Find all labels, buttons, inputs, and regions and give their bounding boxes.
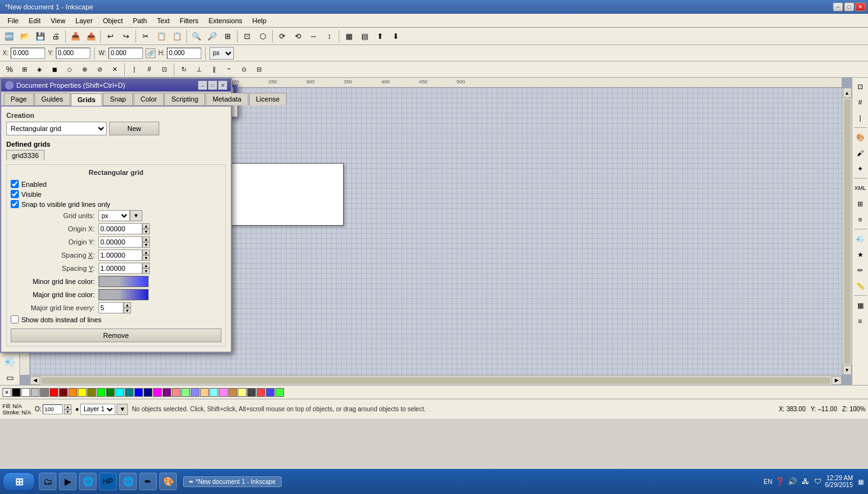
right-lines-btn[interactable]: ≡ — [854, 314, 867, 328]
color-olive[interactable] — [87, 388, 96, 397]
menu-filters[interactable]: Filters — [175, 16, 204, 26]
toolbar-select-all[interactable]: ⊡ — [240, 29, 255, 44]
maximize-button[interactable]: □ — [844, 3, 854, 11]
h-input[interactable] — [167, 48, 201, 59]
scroll-thumb-v[interactable] — [844, 99, 850, 364]
snap-midpoints-btn[interactable]: ⊙ — [237, 63, 251, 76]
origin-x-input[interactable] — [98, 223, 142, 234]
color-brown[interactable] — [228, 388, 237, 397]
spacing-x-input[interactable] — [98, 250, 142, 261]
tab-page[interactable]: Page — [4, 93, 34, 105]
color-light-green[interactable] — [181, 388, 190, 397]
grid-units-select[interactable]: pxmmcmin — [98, 210, 130, 221]
no-color-swatch[interactable]: ✕ — [3, 388, 11, 397]
new-grid-button[interactable]: New — [109, 122, 159, 135]
network-icon[interactable]: 🖧 — [800, 476, 810, 486]
tab-snap[interactable]: Snap — [103, 93, 133, 105]
color-light-magenta[interactable] — [219, 388, 228, 397]
toolbar-rotate-cw[interactable]: ⟳ — [275, 29, 290, 44]
tab-guides[interactable]: Guides — [34, 93, 70, 105]
snap-tang-btn[interactable]: ∥ — [207, 63, 221, 76]
snap-smooth-btn[interactable]: ~ — [222, 63, 236, 76]
speaker-icon[interactable]: 🔊 — [788, 476, 798, 486]
menu-path[interactable]: Path — [128, 16, 152, 26]
document-properties-dialog[interactable]: Document Properties (Shift+Ctrl+D) – □ ✕… — [0, 78, 232, 353]
color-medium-green[interactable] — [275, 388, 284, 397]
origin-x-down[interactable]: ▼ — [142, 229, 150, 234]
snap-intersect-btn[interactable]: ✕ — [108, 63, 122, 76]
major-every-down[interactable]: ▼ — [124, 308, 131, 313]
scroll-right-btn[interactable]: ▶ — [832, 376, 842, 385]
tab-grids[interactable]: Grids — [71, 93, 103, 106]
toolbar-save[interactable]: 💾 — [33, 29, 48, 44]
toolbar-group[interactable]: ▦ — [341, 29, 356, 44]
color-blue[interactable] — [134, 388, 143, 397]
color-light-cyan[interactable] — [209, 388, 218, 397]
color-maroon[interactable] — [59, 388, 68, 397]
tab-color[interactable]: Color — [134, 93, 164, 105]
color-purple[interactable] — [162, 388, 171, 397]
color-dark-gray[interactable] — [247, 388, 256, 397]
layer-btn[interactable]: ▼ — [117, 404, 128, 415]
taskbar-paint[interactable]: 🎨 — [159, 473, 177, 490]
opacity-input[interactable] — [43, 404, 63, 414]
toolbar-redo[interactable]: ↪ — [119, 29, 134, 44]
snap-perp-btn[interactable]: ⊥ — [192, 63, 206, 76]
snap-page-btn[interactable]: ⊡ — [157, 63, 171, 76]
taskbar-explorer[interactable]: 🗂 — [39, 473, 56, 490]
toolbar-zoom-in[interactable]: 🔍 — [189, 29, 204, 44]
color-silver[interactable] — [31, 388, 40, 397]
snap-bbox-btn[interactable]: ⊞ — [18, 63, 31, 76]
color-navy[interactable] — [144, 388, 152, 397]
right-align-btn[interactable]: ≡ — [854, 213, 867, 226]
snap-guide-btn[interactable]: | — [127, 63, 141, 76]
menu-help[interactable]: Help — [247, 16, 272, 26]
grid-tab-item[interactable]: grid3336 — [6, 150, 45, 160]
toolbar-open[interactable]: 📂 — [17, 29, 32, 44]
color-light-blue[interactable] — [191, 388, 199, 397]
menu-extensions[interactable]: Extensions — [203, 16, 247, 26]
menu-layer[interactable]: Layer — [70, 16, 98, 26]
color-light-red[interactable] — [257, 388, 265, 397]
opacity-down[interactable]: ▼ — [64, 409, 71, 414]
color-magenta[interactable] — [153, 388, 162, 397]
scrollbar-vertical[interactable]: ▲ ▼ — [842, 88, 852, 375]
snap-corner-btn[interactable]: ◼ — [48, 63, 61, 76]
toolbar-raise[interactable]: ⬆ — [373, 29, 388, 44]
right-symbols-btn[interactable]: ★ — [854, 248, 867, 261]
visible-checkbox[interactable] — [11, 190, 19, 198]
close-button[interactable]: ✕ — [855, 3, 865, 11]
right-grid2-btn[interactable]: ▦ — [854, 298, 867, 312]
snap-node-btn[interactable]: ◈ — [33, 63, 46, 76]
origin-y-input[interactable] — [98, 236, 142, 248]
origin-y-down[interactable]: ▼ — [142, 242, 150, 248]
opacity-up[interactable]: ▲ — [64, 404, 71, 409]
color-gray[interactable] — [40, 388, 49, 397]
color-lime[interactable] — [97, 388, 105, 397]
color-green[interactable] — [106, 388, 115, 397]
origin-x-up[interactable]: ▲ — [142, 223, 150, 229]
color-yellow[interactable] — [78, 388, 87, 397]
right-snap-btn[interactable]: ⊡ — [854, 80, 867, 93]
right-stroke-btn[interactable]: 🖌 — [854, 146, 867, 160]
unit-select[interactable]: px mm cm in — [209, 47, 234, 60]
taskbar-ie[interactable]: 🌐 — [119, 473, 137, 490]
right-transform-btn[interactable]: ⊞ — [854, 197, 867, 211]
scroll-left-btn[interactable]: ◀ — [30, 376, 40, 385]
color-peach[interactable] — [200, 388, 209, 397]
menu-object[interactable]: Object — [98, 16, 128, 26]
scroll-thumb-h[interactable] — [41, 377, 830, 384]
right-spray-btn[interactable]: 💨 — [854, 232, 867, 246]
grid-type-select[interactable]: Rectangular grid Axonometric grid — [6, 122, 107, 135]
y-input[interactable] — [56, 48, 90, 59]
major-every-input[interactable] — [98, 302, 124, 313]
enabled-checkbox[interactable] — [11, 180, 19, 188]
color-black[interactable] — [12, 388, 21, 397]
right-fill-btn[interactable]: 🎨 — [854, 130, 867, 144]
lock-aspect-button[interactable]: 🔗 — [146, 48, 156, 58]
toolbar-zoom-out[interactable]: 🔎 — [204, 29, 220, 44]
taskbar-hp[interactable]: HP — [99, 473, 117, 490]
spacing-y-up[interactable]: ▲ — [142, 263, 150, 268]
spacing-x-up[interactable]: ▲ — [142, 250, 150, 255]
dots-checkbox[interactable] — [11, 315, 19, 323]
